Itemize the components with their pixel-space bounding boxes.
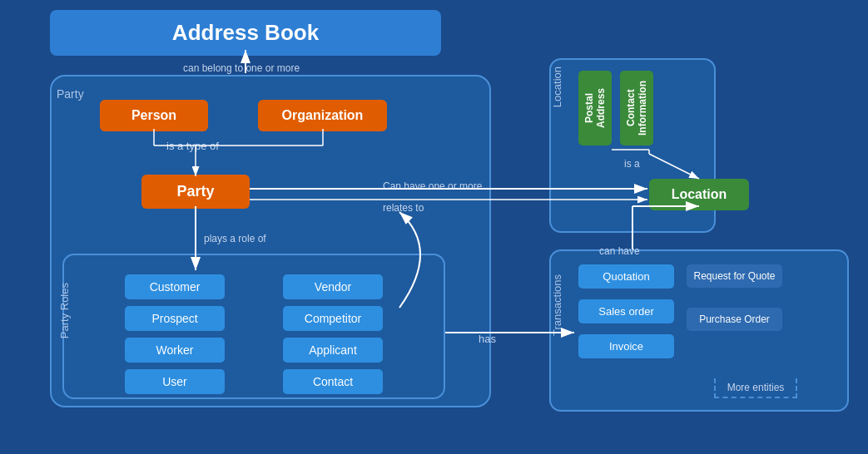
belong-label: can belong to one or more xyxy=(183,62,300,74)
transactions-label: Transactions xyxy=(551,274,563,336)
address-book-title: Address Book xyxy=(172,20,319,45)
party-roles-container xyxy=(62,254,445,399)
more-entities: More entities xyxy=(714,378,797,398)
trans-po: Purchase Order xyxy=(687,308,782,331)
organization-box: Organization xyxy=(258,100,387,131)
relates-to-label: relates to xyxy=(383,202,424,214)
location-outer-label: Location xyxy=(551,67,563,107)
is-type-of-label: is a type of xyxy=(166,140,219,152)
role-user: User xyxy=(125,369,225,394)
role-vendor: Vendor xyxy=(283,274,383,299)
role-prospect: Prospect xyxy=(125,306,225,331)
postal-address-box: Postal Address xyxy=(578,71,612,146)
trans-rfq: Request for Quote xyxy=(687,264,782,288)
can-have-one-or-more-label: Can have one or more xyxy=(383,180,482,192)
is-a-label: is a xyxy=(624,158,640,170)
has-label: has xyxy=(479,333,496,345)
party-center-box: Party xyxy=(141,175,250,209)
role-worker: Worker xyxy=(125,338,225,363)
role-customer: Customer xyxy=(125,274,225,299)
trans-quotation: Quotation xyxy=(578,264,674,289)
person-box: Person xyxy=(100,100,208,131)
party-roles-label: Party Roles xyxy=(58,283,71,338)
role-competitor: Competitor xyxy=(283,306,383,331)
plays-role-label: plays a role of xyxy=(204,233,266,244)
party-outer-label: Party xyxy=(57,87,84,101)
trans-sales-order: Sales order xyxy=(578,299,674,323)
role-contact: Contact xyxy=(283,369,383,394)
role-applicant: Applicant xyxy=(283,338,383,363)
can-have-label: can have xyxy=(599,245,640,257)
contact-info-box: Contact Information xyxy=(620,71,653,146)
trans-invoice: Invoice xyxy=(578,334,674,358)
location-green-box: Location xyxy=(649,179,749,210)
address-book-container: Address Book xyxy=(50,10,441,56)
